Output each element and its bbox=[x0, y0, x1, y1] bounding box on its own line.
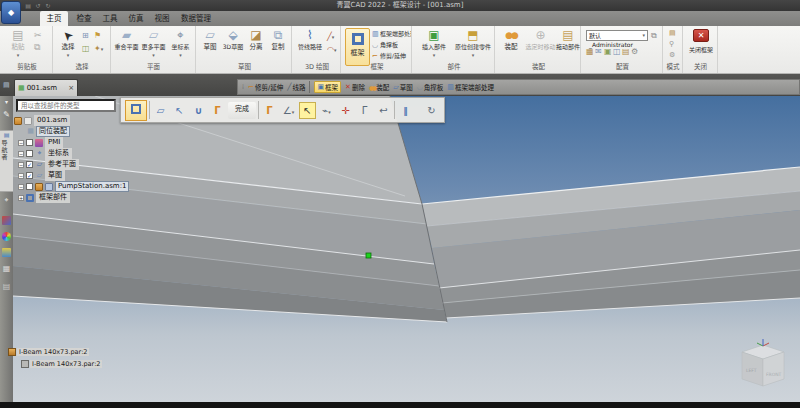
quick-frame-end[interactable]: ▥框架端部处理 bbox=[447, 82, 494, 92]
search-input[interactable] bbox=[16, 99, 116, 112]
quick-delete[interactable]: ✕删除 bbox=[345, 82, 365, 92]
config-icon-3[interactable]: ▣ bbox=[604, 47, 612, 56]
dock-grid-icon[interactable]: ▦ bbox=[0, 264, 13, 273]
collapse-icon[interactable]: − bbox=[18, 162, 24, 168]
mode-icon-1[interactable]: ▤ bbox=[669, 29, 676, 37]
quick-trim-extend[interactable]: ⌐修剪/延伸 bbox=[248, 82, 283, 92]
tree-row-coordinate-assembly[interactable]: ▦ 同位装配 bbox=[26, 126, 214, 137]
toolbar-grip[interactable]: ⁞ bbox=[242, 83, 244, 91]
drag-part-button[interactable]: ▤ 拖动部件 bbox=[556, 28, 580, 51]
redo-icon[interactable]: ↻ bbox=[44, 2, 52, 10]
tree-row-sketches[interactable]: − ▱ 草图 bbox=[18, 170, 214, 181]
select-tool-icon[interactable]: ↖ bbox=[299, 102, 316, 119]
tab-view[interactable]: 视图 bbox=[150, 11, 174, 26]
close-frame-button[interactable]: ✕ bbox=[693, 29, 709, 42]
finish-button[interactable]: 完成 bbox=[228, 102, 256, 119]
reference-planes-checkbox[interactable] bbox=[26, 161, 33, 168]
mode-icon-3[interactable]: ⚙ bbox=[669, 51, 675, 59]
quick-frame-active[interactable]: ▣框架 bbox=[314, 81, 341, 93]
dock-dropdown-icon[interactable]: ▾ bbox=[0, 98, 13, 105]
sketch-button[interactable]: ▱ 草图 bbox=[199, 28, 221, 51]
rotate-view-icon[interactable]: ↻ bbox=[423, 102, 440, 119]
extend-arrow-icon[interactable]: ↩ bbox=[375, 102, 392, 119]
folder-icon[interactable]: ▤ bbox=[3, 81, 10, 89]
flag-select-icon[interactable]: ⚑ bbox=[94, 31, 101, 40]
box-select-icon[interactable]: ⊞ bbox=[82, 31, 89, 40]
corner-end-icon[interactable]: Γ bbox=[261, 102, 278, 119]
dock-target-icon[interactable]: ⌖ bbox=[0, 196, 13, 204]
dock-rainbow-icon[interactable] bbox=[2, 232, 11, 241]
save-icon[interactable]: ▤ bbox=[24, 2, 32, 10]
mode-icon-2[interactable]: ⚲ bbox=[669, 40, 674, 48]
collapse-icon[interactable]: − bbox=[18, 140, 24, 146]
move-selected-button[interactable]: ⊕ 选定时移动 bbox=[525, 28, 556, 51]
quick-assemble[interactable]: ●●装配 bbox=[369, 82, 389, 92]
quick-gusset[interactable]: ◡角撑板 bbox=[417, 82, 444, 92]
reference-plane-icon: ▱ bbox=[35, 160, 44, 169]
more-planes-button[interactable]: ▱ 更多平面 ▾ bbox=[140, 28, 167, 59]
copy-icon[interactable]: ⧉ bbox=[34, 42, 40, 53]
dock-pencil-icon[interactable]: ✎ bbox=[0, 110, 13, 119]
document-tab[interactable]: ▦ 001.asm × bbox=[14, 79, 78, 96]
cut-icon[interactable]: ✂ bbox=[34, 30, 42, 40]
config-icon-5[interactable]: ▤ bbox=[622, 47, 630, 56]
expand-icon[interactable]: + bbox=[18, 195, 24, 201]
line-3d-icon[interactable]: ╱▾ bbox=[327, 32, 334, 41]
dock-color-icon[interactable] bbox=[2, 216, 11, 225]
corner-joint-icon[interactable]: Γ bbox=[356, 102, 373, 119]
pmi-checkbox[interactable] bbox=[26, 139, 33, 146]
arc-3d-icon[interactable]: ◠▾ bbox=[327, 45, 337, 54]
sketch-3d-button[interactable]: ⬙ 3D草图 bbox=[222, 28, 244, 51]
tree-row-pumpstation[interactable]: − PumpStation.asm:1 bbox=[18, 181, 214, 192]
quick-line-route[interactable]: ╱线路 bbox=[287, 82, 305, 92]
config-dropdown[interactable]: 默认_Administrator ▾ bbox=[586, 30, 648, 41]
collapse-icon[interactable]: − bbox=[18, 151, 24, 157]
tree-row-assembly-root[interactable]: 001.asm bbox=[14, 115, 214, 126]
gusset-button[interactable]: ◡角撑板 bbox=[372, 40, 411, 51]
pathfinder-side-tab[interactable]: ▤ 导航者 bbox=[0, 130, 13, 192]
pipe-path-button[interactable]: ⌇ 管线路径 bbox=[295, 28, 325, 51]
config-copy-icon[interactable]: ⧉ bbox=[651, 31, 657, 41]
config-icon-2[interactable]: ✉ bbox=[595, 47, 602, 56]
application-menu-button[interactable]: ◆ bbox=[1, 1, 21, 24]
insert-part-button[interactable]: ▣ 插入部件 ▾ bbox=[418, 28, 450, 59]
green-vertex-point[interactable] bbox=[366, 253, 371, 258]
tree-row-frame-parts[interactable]: + 框架部件 bbox=[18, 192, 214, 203]
tree-row-pmi[interactable]: − PMI bbox=[18, 137, 214, 148]
copy-sketch-button[interactable]: ⧉ 复制 bbox=[267, 28, 289, 51]
tab-close-icon[interactable]: × bbox=[68, 84, 74, 92]
select-options-icon[interactable]: ✦▾ bbox=[94, 44, 103, 53]
tab-inspect[interactable]: 检查 bbox=[72, 11, 96, 26]
filter-select-icon[interactable]: ◫ bbox=[82, 44, 90, 53]
config-icon-6[interactable]: ⚙ bbox=[631, 47, 638, 56]
sketches-checkbox[interactable] bbox=[26, 172, 33, 179]
config-icon-1[interactable]: ▦ bbox=[586, 47, 594, 56]
collapse-icon[interactable]: − bbox=[18, 184, 24, 190]
config-icon-4[interactable]: ◫ bbox=[613, 47, 621, 56]
create-in-place-button[interactable]: ⬒ 原位创建零件 ▾ bbox=[454, 28, 492, 59]
frame-end-treatment-button[interactable]: ▥框架端部处理 bbox=[372, 29, 411, 40]
undo-icon[interactable]: ↺ bbox=[34, 2, 42, 10]
pumpstation-checkbox[interactable] bbox=[26, 183, 33, 190]
collapse-icon[interactable]: − bbox=[18, 173, 24, 179]
coincident-plane-button[interactable]: ▰ 重合平面 bbox=[113, 28, 140, 51]
frame-end-icon: ▥ bbox=[372, 30, 380, 38]
quick-sketch[interactable]: ▱草图 bbox=[393, 82, 412, 92]
paste-button[interactable]: ▤ 粘贴 ▾ bbox=[6, 28, 30, 59]
tree-row-reference-planes[interactable]: − ▱ 参考平面 bbox=[18, 159, 214, 170]
path-type-icon[interactable]: ⌁▾ bbox=[318, 102, 335, 119]
coordinate-system-button[interactable]: ⌖ 坐标系 ▾ bbox=[167, 28, 194, 59]
pause-icon[interactable]: ‖ bbox=[397, 102, 414, 119]
tree-row-coordinate-system[interactable]: − ⌖ 坐标系 bbox=[18, 148, 214, 159]
coordinate-system-checkbox[interactable] bbox=[26, 150, 33, 157]
detach-button[interactable]: ◪ 分离 bbox=[245, 28, 267, 51]
tab-simulation[interactable]: 仿真 bbox=[124, 11, 148, 26]
align-axis-icon[interactable]: ✛ bbox=[337, 102, 354, 119]
tab-tools[interactable]: 工具 bbox=[98, 11, 122, 26]
assemble-button[interactable]: ●● 装配 bbox=[499, 28, 523, 51]
select-button[interactable]: ➤ 选择 ▾ bbox=[56, 28, 80, 59]
dock-material-icon[interactable] bbox=[2, 248, 11, 257]
miter-angle-icon[interactable]: ∠▾ bbox=[280, 102, 297, 119]
tab-data-management[interactable]: 数据管理 bbox=[176, 11, 216, 26]
dock-layers-icon[interactable]: ▤ bbox=[0, 282, 13, 291]
